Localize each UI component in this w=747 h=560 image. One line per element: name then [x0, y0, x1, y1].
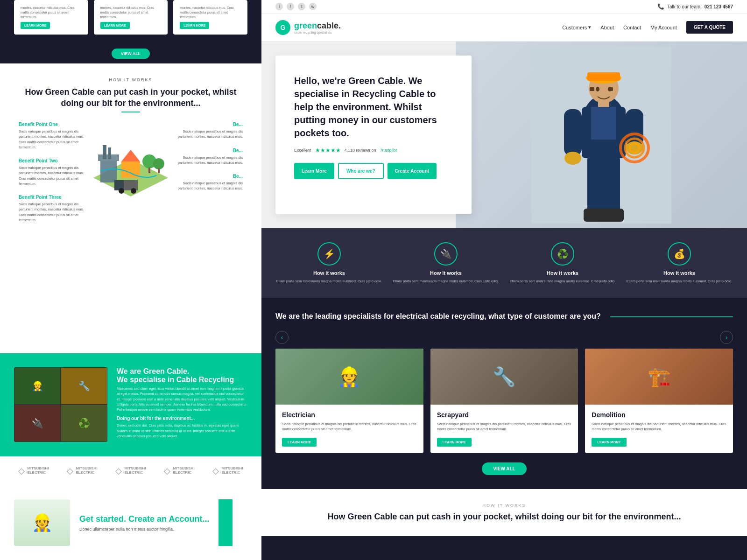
svg-rect-10 [158, 168, 160, 173]
svg-point-29 [564, 152, 581, 165]
benefits-right-col: Be... Socis natoque penatibus et magnis … [177, 122, 243, 191]
mitsubishi-text-5: MITSUBISHIELECTRIC [221, 467, 243, 475]
nav-about[interactable]: About [600, 25, 614, 30]
top-card-1-text: montes, nascetur ridiculus mus. Cras mat… [21, 6, 82, 19]
hiw-item-4-title: How it works [626, 270, 733, 276]
hero-learn-more-btn[interactable]: Learn More [294, 163, 334, 179]
mitsubishi-icon-4: ◇ [164, 466, 170, 476]
logo-text-wrap: greencable. cable recycling specialists [294, 21, 341, 34]
phone-number[interactable]: 021 123 4567 [705, 4, 733, 9]
right-panel: 𝕚 f 𝕥 w 📞 Talk to our team: 021 123 4567… [261, 0, 747, 560]
instagram-icon[interactable]: 𝕚 [275, 3, 283, 10]
facebook-icon[interactable]: f [287, 3, 294, 10]
hiw-icon-4: 💰 [668, 242, 691, 266]
svg-rect-1 [100, 159, 117, 182]
mitsubishi-icon-1: ◇ [18, 466, 25, 476]
demolition-learn-more[interactable]: LEARN MORE [592, 438, 626, 447]
demolition-title: Demolition [592, 411, 726, 419]
carousel-prev-btn[interactable]: ‹ [275, 331, 289, 344]
benefit-r1-text: Socis natoque penatibus et magnis dis pa… [177, 129, 243, 140]
hero-who-are-we-btn[interactable]: Who are we? [338, 163, 384, 179]
nav-my-account[interactable]: My Account [650, 25, 677, 30]
benefit-r2: Be... Socis natoque penatibus et magnis … [177, 148, 243, 166]
hiw-item-1: ⚡ How it works Etiam porta sem malesuada… [275, 242, 383, 284]
view-all-button-top[interactable]: VIEW ALL [112, 49, 150, 59]
phone-icon: 📞 [657, 3, 664, 10]
nav-customers[interactable]: Customers ▾ [562, 24, 591, 30]
top-card-1: montes, nascetur ridiculus mus. Cras mat… [14, 0, 88, 35]
bottom-hiw-label: HOW IT WORKS [275, 503, 733, 508]
mitsubishi-icon-2: ◇ [67, 466, 73, 476]
green-about-section: 👷 🔧 🔌 ♻️ We are Green Cable. We speciali… [0, 353, 261, 456]
svg-rect-35 [601, 156, 620, 217]
how-it-works-bar: ⚡ How it works Etiam porta sem malesuada… [261, 228, 747, 298]
svg-rect-8 [148, 168, 150, 173]
benefits-left-col: Benefit Point One Socis natoque penatibu… [19, 122, 84, 223]
bottom-hiw-section: HOW IT WORKS How Green Cable can put cas… [261, 489, 747, 536]
benefit-r3-title: Be... [177, 174, 243, 179]
about-title: We are Green Cable. We specialise in Cab… [117, 367, 247, 384]
phone-label: Talk to our team: [667, 4, 702, 9]
top-card-2: montes, nascetur ridiculus mus. Cras mat… [94, 0, 168, 35]
get-quote-button[interactable]: GET A QUOTE [686, 21, 733, 34]
scrapyard-learn-more[interactable]: LEARN MORE [437, 438, 472, 447]
logo-1: ◇ MITSUBISHIELECTRIC [18, 466, 49, 476]
benefit-3-title: Benefit Point Three [19, 195, 84, 200]
logos-bar: ◇ MITSUBISHIELECTRIC ◇ MITSUBISHIELECTRI… [0, 456, 261, 485]
collage-cell-4: ♻️ [61, 405, 107, 442]
hiw-item-4-desc: Etiam porta sem malesuada magna mollis e… [626, 279, 733, 284]
logo-text: greencable. [294, 21, 341, 30]
about-title-line1: We are Green Cable. [117, 367, 247, 376]
demolition-desc: Socis natoque penatibus et magnis dis pa… [592, 421, 726, 432]
hero-create-account-btn[interactable]: Create Account [388, 163, 437, 179]
hiw-item-4: 💰 How it works Etiam porta sem malesuada… [626, 242, 733, 284]
scrapyard-title: Scrapyard [437, 411, 572, 419]
hiw-item-3: ♻️ How it works Etiam porta sem malesuad… [509, 242, 616, 284]
carousel-next-btn[interactable]: › [720, 331, 733, 344]
mitsubishi-text-1: MITSUBISHIELECTRIC [27, 467, 49, 475]
top-bar: 𝕚 f 𝕥 w 📞 Talk to our team: 021 123 4567 [261, 0, 747, 14]
learn-more-btn-2[interactable]: LEARN MORE [100, 22, 130, 29]
nav-contact[interactable]: Contact [623, 25, 641, 30]
about-collage-image: 👷 🔧 🔌 ♻️ [14, 367, 107, 442]
center-illustration [84, 122, 177, 215]
benefit-r1: Be... Socis natoque penatibus et magnis … [177, 122, 243, 140]
scrapyard-image: 🔧 [430, 349, 578, 405]
svg-point-20 [596, 87, 599, 91]
top-cards-section: montes, nascetur ridiculus mus. Cras mat… [0, 0, 261, 44]
collage-cell-3: 🔌 [14, 405, 61, 442]
left-panel: montes, nascetur ridiculus mus. Cras mat… [0, 0, 261, 560]
hiw-item-3-title: How it works [509, 270, 616, 276]
mitsubishi-text-4: MITSUBISHIELECTRIC [173, 467, 194, 475]
demolition-card-body: Demolition Socis natoque penatibus et ma… [585, 405, 733, 453]
hero-worker-svg [531, 46, 671, 224]
logo-5: ◇ MITSUBISHIELECTRIC [212, 466, 243, 476]
get-started-title: Get started. Create an Account... [79, 514, 209, 524]
view-all-btn-specialists[interactable]: VIEW ALL [482, 462, 526, 475]
mitsubishi-icon-5: ◇ [212, 466, 219, 476]
learn-more-btn-1[interactable]: LEARN MORE [21, 22, 50, 29]
svg-point-9 [153, 158, 164, 169]
customer-card-electrician: 👷 Electrician Socis natoque penatibus et… [275, 349, 423, 453]
get-started-section: 👷 Get started. Create an Account... Done… [0, 485, 261, 560]
customer-card-scrapyard: 🔧 Scrapyard Socis natoque penatibus et m… [430, 349, 578, 453]
get-started-subtitle: Donec ullamcorper nulla non metus auctor… [79, 527, 209, 532]
learn-more-btn-3[interactable]: LEARN MORE [180, 22, 209, 29]
view-all-center: VIEW ALL [275, 462, 733, 475]
bottom-hiw-title: How Green Cable can put cash in your poc… [275, 511, 733, 522]
benefit-r1-title: Be... [177, 122, 243, 127]
hiw-item-1-desc: Etiam porta sem malesuada magna mollis e… [275, 279, 383, 284]
benefit-3: Benefit Point Three Socis natoque penati… [19, 195, 84, 223]
svg-rect-23 [608, 87, 613, 91]
specialists-header: We are the leading specialists for elect… [275, 312, 733, 322]
hero-image-area [456, 42, 747, 228]
trustpilot-excellent: Excellent [294, 148, 311, 153]
svg-rect-4 [108, 147, 111, 159]
chevron-down-icon: ▾ [588, 24, 591, 30]
whatsapp-icon[interactable]: w [309, 3, 317, 10]
hero-section: Hello, we're Green Cable. We specialise … [261, 42, 747, 228]
twitter-icon[interactable]: 𝕥 [298, 3, 305, 10]
carousel-controls-row: ‹ › [275, 331, 733, 344]
trustpilot-logo: Trustpilot [380, 148, 397, 153]
electrician-learn-more[interactable]: LEARN MORE [282, 438, 317, 447]
